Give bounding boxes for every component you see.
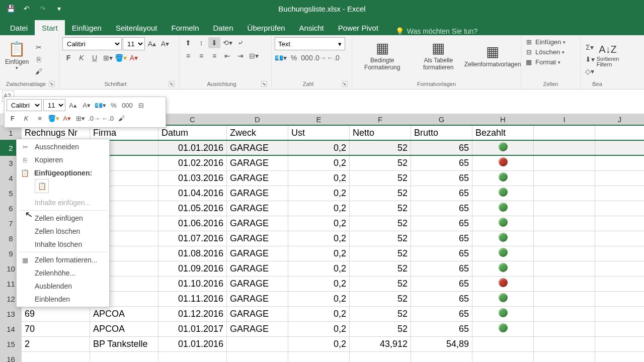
cell[interactable]: Bezahlt — [472, 125, 534, 140]
cell[interactable] — [534, 170, 595, 186]
col-header[interactable]: J — [595, 114, 645, 126]
cell[interactable]: 52 — [350, 231, 411, 246]
mini-font-select[interactable]: Calibri — [7, 99, 42, 111]
cell[interactable]: GARAGE — [227, 321, 288, 336]
insert-cells-button[interactable]: ⊞Einfügen ▾ — [524, 37, 577, 47]
cell[interactable]: 70 — [22, 321, 90, 336]
cell[interactable]: 01.07.2016 — [158, 231, 227, 246]
cell[interactable] — [534, 231, 595, 246]
cell[interactable] — [534, 155, 595, 170]
cell[interactable] — [534, 125, 595, 140]
ctx-cut[interactable]: ✂Ausschneiden — [17, 140, 109, 153]
cell[interactable] — [534, 306, 595, 321]
tab-daten[interactable]: Daten — [206, 20, 240, 35]
merge-button[interactable]: ⊟▾ — [248, 50, 260, 61]
table-row[interactable]: 15 2 BP Tankstelle 01.01.2016 0,2 43,912… — [1, 336, 645, 351]
cell[interactable]: GARAGE — [227, 216, 288, 231]
paste-button[interactable]: 📋 Einfügen ▾ — [3, 37, 31, 73]
cell[interactable]: GARAGE — [227, 170, 288, 186]
align-right-icon[interactable]: ≡ — [208, 50, 220, 61]
cell[interactable] — [595, 351, 645, 362]
row-header[interactable]: 15 — [1, 336, 22, 351]
ctx-clear-contents[interactable]: Inhalte löschen — [17, 238, 109, 251]
thousands-icon[interactable]: 000 — [301, 52, 313, 63]
cell[interactable]: APCOA — [90, 306, 158, 321]
cell[interactable]: 01.06.2016 — [158, 216, 227, 231]
cell[interactable]: 52 — [350, 170, 411, 186]
decrease-font-icon[interactable]: A▾ — [159, 38, 171, 49]
cell[interactable]: Datum — [158, 125, 227, 140]
cell[interactable] — [595, 306, 645, 321]
cell[interactable]: GARAGE — [227, 140, 288, 155]
tab-start[interactable]: Start — [35, 20, 65, 35]
cell[interactable]: Netto — [350, 125, 411, 140]
cell[interactable]: 0,2 — [288, 306, 350, 321]
cell[interactable]: 01.12.2016 — [158, 306, 227, 321]
cell[interactable]: GARAGE — [227, 231, 288, 246]
cell[interactable] — [534, 216, 595, 231]
format-as-table-button[interactable]: ▦Als Tabelle formatieren — [412, 37, 465, 73]
cell[interactable]: 0,2 — [288, 140, 350, 155]
col-header[interactable]: G — [411, 114, 472, 126]
cell[interactable]: Brutto — [411, 125, 472, 140]
borders-button[interactable]: ⊞▾ — [102, 52, 114, 63]
cell[interactable] — [595, 216, 645, 231]
col-header[interactable]: F — [350, 114, 411, 126]
cell[interactable]: 65 — [411, 276, 472, 291]
font-name-select[interactable]: Calibri — [62, 37, 122, 50]
cell[interactable]: 01.09.2016 — [158, 261, 227, 276]
cell[interactable] — [472, 140, 534, 155]
cell[interactable]: 52 — [350, 291, 411, 306]
cell[interactable]: 2 — [22, 336, 90, 351]
redo-button[interactable]: ↷ — [36, 2, 49, 15]
cell[interactable] — [350, 351, 411, 362]
cell[interactable] — [411, 351, 472, 362]
cell[interactable]: 01.10.2016 — [158, 276, 227, 291]
cell[interactable]: 65 — [411, 216, 472, 231]
increase-font-icon[interactable]: A▴ — [146, 38, 158, 49]
tab-ueberpruefen[interactable]: Überprüfen — [240, 20, 292, 35]
orientation-icon[interactable]: ⟲▾ — [221, 37, 233, 48]
cell[interactable] — [595, 291, 645, 306]
mini-borders-icon[interactable]: ⊞▾ — [74, 113, 87, 124]
cell[interactable] — [22, 351, 90, 362]
cell[interactable] — [90, 351, 158, 362]
cell[interactable] — [472, 351, 534, 362]
mini-size-select[interactable]: 11 — [43, 99, 65, 111]
wrap-text-icon[interactable]: ⤶ — [234, 37, 247, 48]
cell[interactable] — [595, 261, 645, 276]
cell[interactable]: GARAGE — [227, 201, 288, 216]
cell[interactable]: 65 — [411, 246, 472, 261]
tab-seitenlayout[interactable]: Seitenlayout — [109, 20, 165, 35]
cell[interactable]: 52 — [350, 216, 411, 231]
cell[interactable]: 52 — [350, 155, 411, 170]
cell[interactable]: 01.03.2016 — [158, 170, 227, 186]
align-center-icon[interactable]: ≡ — [195, 50, 207, 61]
row-header[interactable]: 14 — [1, 321, 22, 336]
cell[interactable]: 0,2 — [288, 201, 350, 216]
col-header[interactable]: E — [288, 114, 350, 126]
cell[interactable]: Zweck — [227, 125, 288, 140]
cell[interactable]: GARAGE — [227, 291, 288, 306]
cell[interactable]: 65 — [411, 291, 472, 306]
cell[interactable]: GARAGE — [227, 306, 288, 321]
increase-indent-icon[interactable]: ⇥ — [234, 50, 247, 61]
mini-inc-decimal-icon[interactable]: .0→ — [88, 113, 100, 124]
cell[interactable]: 01.01.2016 — [158, 336, 227, 351]
row-header[interactable]: 16 — [1, 351, 22, 362]
bold-button[interactable]: F — [62, 52, 74, 63]
tab-einfuegen[interactable]: Einfügen — [65, 20, 109, 35]
cell[interactable] — [472, 261, 534, 276]
cell[interactable]: 0,2 — [288, 276, 350, 291]
tab-formeln[interactable]: Formeln — [165, 20, 206, 35]
table-row[interactable]: 16 — [1, 351, 645, 362]
mini-fill-icon[interactable]: 🪣▾ — [47, 113, 59, 124]
col-header[interactable]: H — [472, 114, 534, 126]
cell[interactable]: GARAGE — [227, 276, 288, 291]
clipboard-launcher-icon[interactable]: ⬊ — [49, 81, 55, 87]
clear-icon[interactable]: ◇▾ — [584, 66, 596, 77]
autosum-icon[interactable]: Σ▾ — [584, 42, 596, 53]
cell[interactable] — [534, 291, 595, 306]
align-top-icon[interactable]: ⬆ — [182, 37, 194, 48]
mini-percent-icon[interactable]: % — [108, 100, 120, 111]
